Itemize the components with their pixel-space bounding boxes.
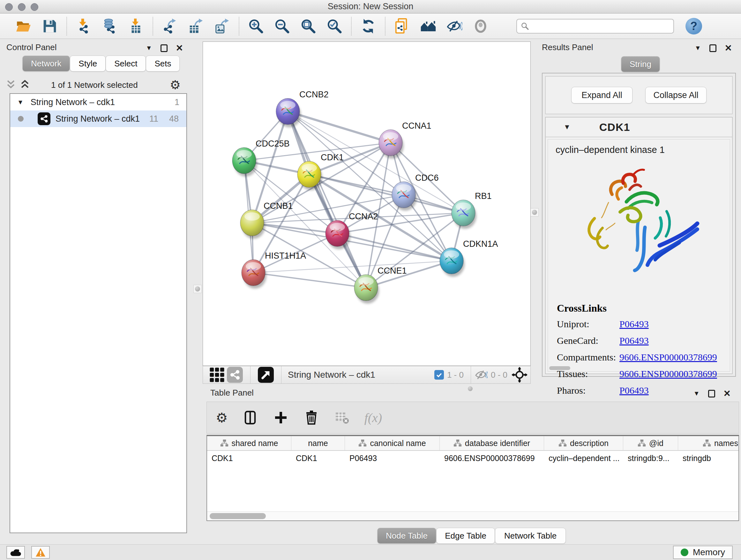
column-header-database-identifier[interactable]: database identifier: [440, 436, 544, 450]
table-cell[interactable]: CDK1: [207, 451, 291, 465]
create-column-icon[interactable]: [273, 409, 289, 426]
expand-all-icon[interactable]: [18, 78, 32, 91]
search-input[interactable]: [529, 22, 663, 30]
crosslink-link[interactable]: 9606.ENSP00000378699: [619, 352, 717, 363]
tab-string[interactable]: String: [621, 56, 660, 72]
show-columns-icon[interactable]: [242, 409, 259, 426]
gene-header[interactable]: ▼ CDK1: [546, 118, 732, 137]
column-header-description[interactable]: description: [544, 436, 623, 450]
zoom-fit-button[interactable]: [299, 17, 317, 35]
hide-selected-button[interactable]: [446, 17, 463, 35]
column-header-namespace[interactable]: namespace: [678, 436, 739, 450]
table-cell[interactable]: stringdb: [678, 451, 739, 465]
network-edge[interactable]: [288, 111, 366, 288]
pan-crosshair-icon[interactable]: [511, 366, 529, 384]
tab-network[interactable]: Network: [22, 56, 70, 71]
table-panel-close-icon[interactable]: ✕: [724, 388, 731, 399]
table-cell[interactable]: stringdb:9...: [623, 451, 678, 465]
tab-edge-table[interactable]: Edge Table: [436, 528, 495, 544]
network-node-CDKN1A[interactable]: [440, 248, 463, 274]
crosslink-link[interactable]: P06493: [619, 319, 649, 329]
maximize-window-button[interactable]: [30, 3, 38, 11]
open-session-button[interactable]: [15, 17, 32, 35]
left-splitter-handle[interactable]: [193, 285, 202, 293]
column-header-shared-name[interactable]: shared name: [207, 436, 291, 450]
network-node-CCNE1[interactable]: [354, 274, 378, 301]
delete-column-icon[interactable]: [303, 409, 320, 426]
network-edge[interactable]: [288, 111, 391, 143]
close-window-button[interactable]: [5, 3, 13, 11]
houses-icon-button[interactable]: [419, 17, 437, 35]
import-network-file-button[interactable]: [75, 17, 92, 35]
gene-collapse-icon[interactable]: ▼: [563, 123, 570, 131]
table-cell[interactable]: CDK1: [291, 451, 345, 465]
network-edge[interactable]: [253, 273, 366, 288]
column-header-canonical-name[interactable]: canonical name: [345, 436, 440, 450]
help-button[interactable]: ?: [685, 18, 702, 35]
show-all-button[interactable]: [472, 17, 489, 35]
table-cell[interactable]: P06493: [345, 451, 440, 465]
zoom-in-button[interactable]: [247, 17, 265, 35]
table-panel-float-icon[interactable]: [708, 390, 715, 397]
network-node-CCNB2[interactable]: [276, 98, 300, 125]
duplicate-network-button[interactable]: [393, 17, 411, 35]
tab-node-table[interactable]: Node Table: [377, 528, 436, 544]
network-node-CCNB1[interactable]: [240, 210, 264, 236]
table-panel-menu-icon[interactable]: ▼: [693, 390, 700, 397]
crosslink-link[interactable]: P06493: [619, 335, 649, 346]
search-box[interactable]: [516, 19, 674, 34]
export-image-button[interactable]: [213, 17, 231, 35]
tab-sets[interactable]: Sets: [146, 56, 180, 71]
birdseye-view-icon[interactable]: [257, 366, 275, 384]
control-panel-menu-icon[interactable]: ▼: [146, 44, 152, 52]
network-share-icon[interactable]: [226, 366, 244, 384]
results-panel-close-icon[interactable]: ✕: [725, 43, 732, 53]
column-header--id[interactable]: @id: [623, 436, 678, 450]
network-node-CDC6[interactable]: [392, 182, 415, 208]
control-panel-float-icon[interactable]: [160, 44, 167, 52]
expand-all-button[interactable]: Expand All: [571, 87, 632, 104]
network-node-CCNA2[interactable]: [326, 220, 349, 246]
tab-style[interactable]: Style: [70, 56, 106, 71]
tab-select[interactable]: Select: [106, 56, 146, 71]
results-panel-float-icon[interactable]: [710, 44, 717, 52]
collapse-all-button[interactable]: Collapse All: [645, 87, 706, 104]
network-row[interactable]: String Network – cdk1 11 48: [10, 111, 186, 127]
import-network-database-button[interactable]: [101, 17, 119, 35]
tab-network-table[interactable]: Network Table: [495, 528, 566, 544]
crosslink-link[interactable]: 9606.ENSP00000378699: [619, 368, 717, 379]
table-cell[interactable]: cyclin–dependent ...: [544, 451, 623, 465]
grid-view-icon[interactable]: [208, 366, 226, 384]
network-collection-row[interactable]: ▼ String Network – cdk1 1: [10, 94, 186, 111]
warning-button[interactable]: [31, 546, 50, 559]
network-edge[interactable]: [309, 174, 463, 213]
results-hscrollbar-thumb[interactable]: [549, 366, 570, 370]
table-options-gear-icon[interactable]: ⚙: [216, 410, 228, 426]
refresh-button[interactable]: [359, 17, 377, 35]
zoom-out-button[interactable]: [273, 17, 291, 35]
save-session-button[interactable]: [41, 17, 59, 35]
export-table-button[interactable]: [187, 17, 205, 35]
collapse-all-icon[interactable]: [4, 78, 18, 91]
minimize-window-button[interactable]: [18, 3, 25, 11]
network-node-CCNA1[interactable]: [379, 130, 402, 156]
export-network-button[interactable]: [161, 17, 179, 35]
import-table-button[interactable]: [127, 17, 145, 35]
table-row[interactable]: CDK1CDK1P064939606.ENSP00000378699cyclin…: [207, 451, 738, 465]
table-hscrollbar[interactable]: [207, 511, 738, 520]
right-splitter-handle[interactable]: [530, 208, 539, 216]
network-node-RB1[interactable]: [452, 200, 475, 226]
table-cell[interactable]: 9606.ENSP00000378699: [440, 451, 544, 465]
network-options-gear-icon[interactable]: ⚙: [170, 78, 181, 92]
network-node-CDC25B[interactable]: [232, 147, 256, 174]
zoom-selected-button[interactable]: [326, 17, 343, 35]
selected-nodes-checkbox[interactable]: [434, 370, 444, 380]
network-node-CDK1[interactable]: [297, 161, 321, 187]
column-header-name[interactable]: name: [291, 436, 345, 450]
collection-expand-icon[interactable]: ▼: [17, 99, 23, 106]
results-panel-menu-icon[interactable]: ▼: [695, 44, 701, 52]
network-view-canvas[interactable]: CCNB2CCNA1CDC25BCDK1CDC6RB1CCNB1CCNA2CDK…: [203, 42, 531, 366]
control-panel-close-icon[interactable]: ✕: [176, 43, 183, 53]
memory-button[interactable]: Memory: [673, 546, 733, 559]
cloud-button[interactable]: [6, 546, 25, 559]
